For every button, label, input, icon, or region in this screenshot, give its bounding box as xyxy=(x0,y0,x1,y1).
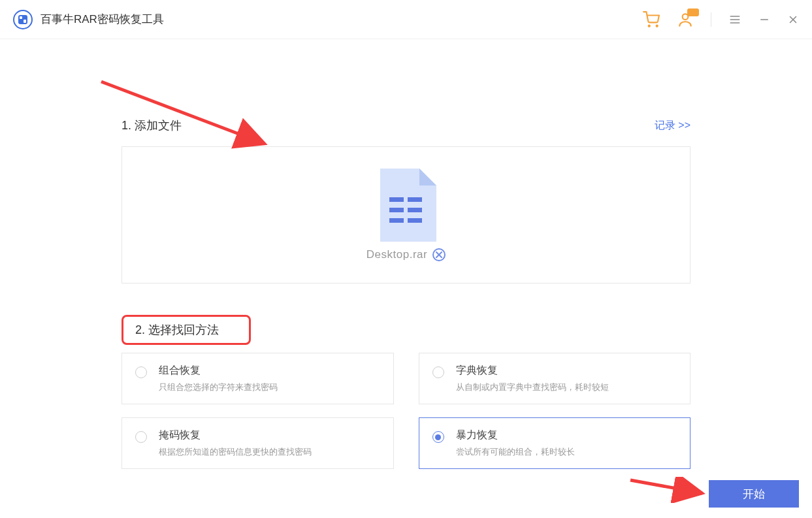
svg-rect-10 xyxy=(408,197,422,202)
file-item: Desktop.rar xyxy=(366,169,446,261)
minimize-icon[interactable] xyxy=(758,14,770,25)
svg-rect-9 xyxy=(389,197,404,202)
step2-highlight: 2. 选择找回方法 xyxy=(122,315,251,345)
method-bruteforce[interactable]: 暴力恢复 尝试所有可能的组合，耗时较长 xyxy=(419,417,691,469)
svg-point-1 xyxy=(657,25,658,26)
method-title: 暴力恢复 xyxy=(456,429,575,442)
method-title: 字典恢复 xyxy=(456,364,609,378)
step1-header: 1. 添加文件 记录 >> xyxy=(122,118,690,133)
cart-icon[interactable] xyxy=(643,11,660,28)
start-button[interactable]: 开始 xyxy=(709,480,799,508)
method-dictionary[interactable]: 字典恢复 从自制或内置字典中查找密码，耗时较短 xyxy=(419,353,691,404)
close-icon[interactable] xyxy=(787,14,799,25)
user-icon[interactable] xyxy=(677,11,694,28)
menu-icon[interactable] xyxy=(728,13,741,26)
method-combination[interactable]: 组合恢复 只组合您选择的字符来查找密码 xyxy=(122,353,394,404)
main-content: 1. 添加文件 记录 >> Desktop.rar xyxy=(0,39,812,469)
titlebar: 百事牛RAR密码恢复工具 xyxy=(0,0,812,39)
svg-line-18 xyxy=(630,480,702,493)
annotation-arrow-2 xyxy=(627,477,712,503)
svg-rect-14 xyxy=(408,218,422,223)
remove-file-icon[interactable] xyxy=(432,248,446,261)
radio-icon xyxy=(135,431,147,443)
vip-badge xyxy=(687,8,699,16)
radio-icon xyxy=(135,366,147,378)
svg-line-17 xyxy=(101,82,265,144)
separator xyxy=(711,12,711,27)
titlebar-left: 百事牛RAR密码恢复工具 xyxy=(13,10,164,29)
app-title: 百事牛RAR密码恢复工具 xyxy=(41,12,164,27)
radio-icon xyxy=(432,431,444,443)
method-title: 掩码恢复 xyxy=(159,429,312,442)
method-grid: 组合恢复 只组合您选择的字符来查找密码 字典恢复 从自制或内置字典中查找密码，耗… xyxy=(122,353,690,469)
titlebar-right xyxy=(643,11,799,28)
app-logo xyxy=(13,10,33,29)
footer: 开始 xyxy=(709,480,799,508)
svg-rect-12 xyxy=(408,208,422,212)
method-desc: 尝试所有可能的组合，耗时较长 xyxy=(456,446,575,458)
method-desc: 从自制或内置字典中查找密码，耗时较短 xyxy=(456,381,609,393)
step1-label: 1. 添加文件 xyxy=(122,118,182,133)
file-name: Desktop.rar xyxy=(366,248,427,261)
log-link[interactable]: 记录 >> xyxy=(655,119,690,133)
file-icon xyxy=(376,169,436,242)
svg-point-0 xyxy=(649,25,650,26)
file-dropzone[interactable]: Desktop.rar xyxy=(122,146,690,283)
svg-rect-11 xyxy=(389,208,404,212)
method-title: 组合恢复 xyxy=(159,364,278,378)
radio-icon xyxy=(432,366,444,378)
method-mask[interactable]: 掩码恢复 根据您所知道的密码信息更快的查找密码 xyxy=(122,417,394,469)
step2-label: 2. 选择找回方法 xyxy=(135,323,219,336)
method-desc: 只组合您选择的字符来查找密码 xyxy=(159,381,278,393)
method-desc: 根据您所知道的密码信息更快的查找密码 xyxy=(159,446,312,458)
svg-rect-13 xyxy=(389,218,404,223)
